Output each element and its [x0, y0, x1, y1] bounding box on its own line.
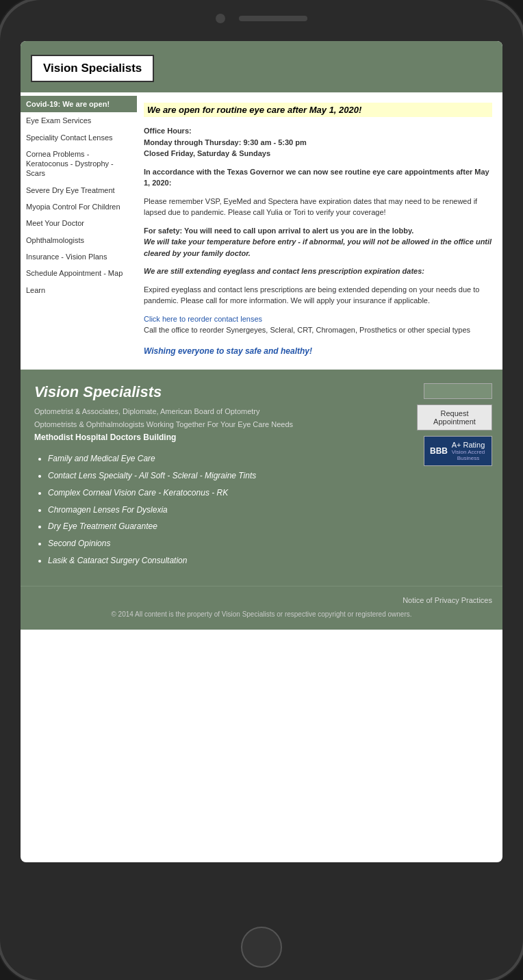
request-appointment-button[interactable]: Request Appointment — [417, 404, 492, 430]
sidebar-item-learn[interactable]: Learn — [21, 282, 137, 298]
closing-line: Wishing everyone to stay safe and health… — [144, 346, 492, 356]
sidebar-item-cornea[interactable]: Cornea Problems - Keratoconus - Dystroph… — [21, 146, 137, 182]
footer-service-4: Chromagen Lenses For Dyslexia — [48, 504, 407, 516]
bbb-badge: BBB A+ Rating Vision Accred Business — [424, 436, 492, 466]
footer-title: Vision Specialists — [34, 383, 407, 401]
extension-notice: We are still extending eyeglass and cont… — [144, 266, 492, 277]
footer-service-1: Family and Medical Eye Care — [48, 453, 407, 465]
notice-intro: In accordance with the Texas Governor we… — [144, 166, 492, 189]
site-header: Vision Specialists — [21, 41, 502, 92]
home-button[interactable] — [241, 927, 282, 968]
sidebar-item-meet-doctor[interactable]: Meet Your Doctor — [21, 215, 137, 231]
safety-notice: For safety: You will need to call upon a… — [144, 225, 492, 259]
sidebar: Covid-19: We are open! Eye Exam Services… — [21, 92, 137, 370]
bbb-subtitle: Vision Accred Business — [450, 449, 486, 461]
footer-service-6: Second Opinions — [48, 538, 407, 550]
reorder-note: Call the office to reorder Synergeyes, S… — [144, 326, 470, 334]
office-hours-line1: Monday through Thursday: 9:30 am - 5:30 … — [144, 138, 307, 146]
office-hours-line2: Closed Friday, Saturday & Sundays — [144, 149, 270, 157]
sidebar-item-insurance[interactable]: Insurance - Vision Plans — [21, 248, 137, 265]
speaker-icon — [239, 16, 307, 21]
screen: Vision Specialists Covid-19: We are open… — [21, 41, 502, 862]
sidebar-item-contact-lenses[interactable]: Speciality Contact Lenses — [21, 129, 137, 146]
footer-service-3: Complex Corneal Vision Care - Keratoconu… — [48, 487, 407, 499]
sidebar-item-covid[interactable]: Covid-19: We are open! — [21, 96, 137, 112]
footer-bottom: Notice of Privacy Practices © 2014 All c… — [21, 586, 502, 630]
sidebar-item-eye-exam[interactable]: Eye Exam Services — [21, 112, 137, 129]
sidebar-item-myopia[interactable]: Myopia Control For Children — [21, 198, 137, 215]
office-hours-section: Office Hours: Monday through Thursday: 9… — [144, 125, 492, 159]
phone-number-display — [424, 383, 492, 399]
footer-subtitle1: Optometrist & Associates, Diplomate, Ame… — [34, 407, 407, 417]
phone-top-bar — [216, 14, 307, 23]
main-area: Covid-19: We are open! Eye Exam Services… — [21, 92, 502, 370]
footer-copyright: © 2014 All content is the property of Vi… — [31, 609, 492, 619]
privacy-link[interactable]: Notice of Privacy Practices — [403, 596, 492, 604]
footer-service-2: Contact Lens Specialty - All Soft - Scle… — [48, 470, 407, 482]
logo-text: Vision Specialists — [43, 62, 142, 75]
site-footer: Vision Specialists Optometrist & Associa… — [21, 370, 502, 586]
footer-hospital: Methodist Hospital Doctors Building — [34, 433, 407, 442]
sidebar-item-ophthalmologists[interactable]: Ophthalmologists — [21, 232, 137, 248]
headline: We are open for routine eye care after M… — [144, 103, 492, 117]
reorder-link[interactable]: Click here to reorder contact lenses — [144, 315, 262, 323]
reorder-section: Click here to reorder contact lenses Cal… — [144, 313, 492, 336]
footer-service-5: Dry Eye Treatment Guarantee — [48, 521, 407, 532]
footer-left: Vision Specialists Optometrist & Associa… — [34, 383, 407, 572]
extension-detail: Expired eyeglass and contact lens prescr… — [144, 284, 492, 307]
footer-subtitle2: Optometrists & Ophthalmologists Working … — [34, 420, 407, 430]
office-hours-title: Office Hours: — [144, 127, 192, 135]
main-content: We are open for routine eye care after M… — [137, 92, 502, 370]
vsp-notice: Please remember VSP, EyeMed and Spectera… — [144, 196, 492, 218]
sidebar-item-dry-eye[interactable]: Severe Dry Eye Treatment — [21, 182, 137, 198]
bbb-rating: A+ Rating — [450, 441, 486, 449]
logo-box: Vision Specialists — [31, 55, 154, 82]
bbb-logo: BBB — [430, 446, 448, 456]
footer-links: Notice of Privacy Practices — [31, 593, 492, 606]
safety-detail: We will take your temperature before ent… — [144, 237, 492, 257]
footer-service-7: Lasik & Cataract Surgery Consultation — [48, 555, 407, 567]
camera-icon — [216, 14, 225, 23]
sidebar-item-schedule[interactable]: Schedule Appointment - Map — [21, 265, 137, 281]
phone-frame: Vision Specialists Covid-19: We are open… — [0, 0, 523, 980]
footer-services-list: Family and Medical Eye Care Contact Lens… — [34, 453, 407, 567]
safety-title: For safety: You will need to call upon a… — [144, 227, 413, 235]
footer-right: Request Appointment BBB A+ Rating Vision… — [417, 383, 492, 572]
